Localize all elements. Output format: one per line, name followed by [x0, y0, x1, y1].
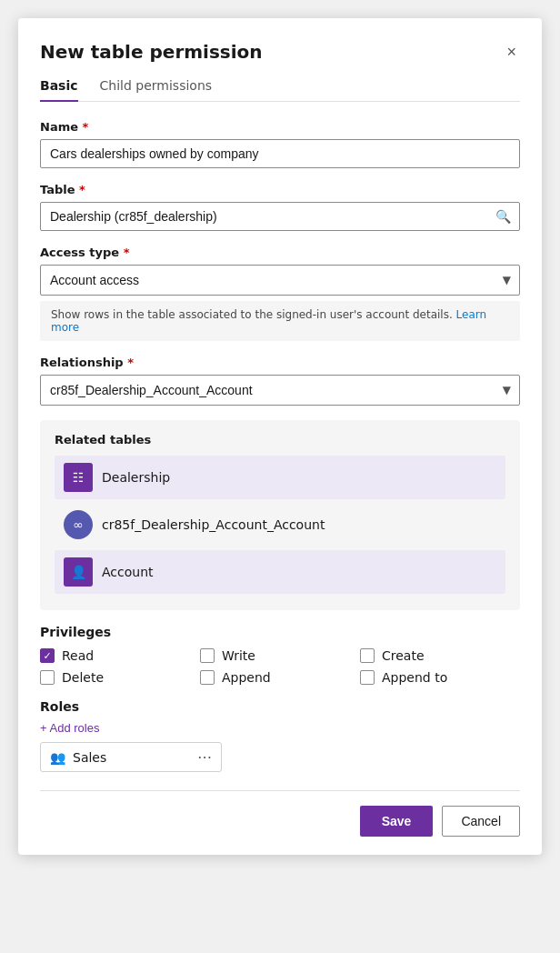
create-label: Create — [382, 648, 425, 663]
dialog-footer: Save Cancel — [40, 806, 520, 837]
roles-title: Roles — [40, 699, 520, 714]
table-field-group: Table 🔍 — [40, 183, 520, 231]
delete-label: Delete — [62, 670, 104, 685]
append-label: Append — [222, 670, 271, 685]
privilege-delete: Delete — [40, 670, 200, 685]
privileges-title: Privileges — [40, 625, 520, 639]
table-label: Table — [40, 183, 520, 196]
tab-bar: Basic Child permissions — [40, 78, 520, 102]
info-box: Show rows in the table associated to the… — [40, 301, 520, 341]
cancel-button[interactable]: Cancel — [442, 806, 520, 837]
privileges-section: Privileges ✓ Read Write Create Delete Ap… — [40, 625, 520, 685]
read-checkbox[interactable]: ✓ — [40, 648, 55, 663]
append-to-label: Append to — [382, 670, 447, 685]
new-table-permission-dialog: New table permission × Basic Child permi… — [18, 18, 542, 855]
related-table-dealership[interactable]: ☷ Dealership — [55, 456, 505, 499]
access-type-select-wrapper: Account access Global access Contact acc… — [40, 265, 520, 296]
related-tables-box: Related tables ☷ Dealership ∞ cr85f_Deal… — [40, 420, 520, 610]
related-table-link[interactable]: ∞ cr85f_Dealership_Account_Account — [55, 503, 505, 547]
append-checkbox[interactable] — [200, 670, 215, 685]
relationship-field-group: Relationship cr85f_Dealership_Account_Ac… — [40, 356, 520, 406]
privilege-create: Create — [360, 648, 520, 663]
name-field-group: Name — [40, 120, 520, 168]
link-label: cr85f_Dealership_Account_Account — [102, 517, 325, 532]
role-tag-inner: 👥 Sales — [50, 750, 106, 765]
role-dots-icon[interactable]: ⋯ — [197, 748, 212, 766]
role-person-icon: 👥 — [50, 750, 65, 765]
privileges-grid: ✓ Read Write Create Delete Append App — [40, 648, 520, 685]
relationship-select[interactable]: cr85f_Dealership_Account_Account — [40, 375, 520, 406]
tab-basic[interactable]: Basic — [40, 78, 78, 102]
role-tag-sales[interactable]: 👥 Sales ⋯ — [40, 742, 222, 772]
delete-checkbox[interactable] — [40, 670, 55, 685]
access-type-select[interactable]: Account access Global access Contact acc… — [40, 265, 520, 296]
table-input[interactable] — [40, 202, 520, 231]
access-type-field-group: Access type Account access Global access… — [40, 246, 520, 341]
write-checkbox[interactable] — [200, 648, 215, 663]
create-checkbox[interactable] — [360, 648, 375, 663]
dialog-title: New table permission — [40, 41, 263, 63]
account-table-icon: 👤 — [64, 557, 93, 587]
account-label: Account — [102, 565, 154, 579]
related-tables-title: Related tables — [55, 433, 505, 446]
related-table-account[interactable]: 👤 Account — [55, 550, 505, 594]
access-type-label: Access type — [40, 246, 520, 259]
name-input[interactable] — [40, 139, 520, 168]
save-button[interactable]: Save — [360, 806, 434, 837]
dialog-header: New table permission × — [40, 40, 520, 64]
relationship-label: Relationship — [40, 356, 520, 369]
footer-divider — [40, 790, 520, 791]
info-text: Show rows in the table associated to the… — [51, 308, 453, 321]
append-to-checkbox[interactable] — [360, 670, 375, 685]
privilege-append: Append — [200, 670, 360, 685]
roles-section: Roles + Add roles 👥 Sales ⋯ — [40, 699, 520, 772]
write-label: Write — [222, 648, 255, 663]
read-label: Read — [62, 648, 94, 663]
privilege-read: ✓ Read — [40, 648, 200, 663]
dealership-table-icon: ☷ — [64, 463, 93, 492]
link-icon: ∞ — [64, 510, 93, 539]
close-button[interactable]: × — [503, 40, 520, 64]
relationship-select-wrapper: cr85f_Dealership_Account_Account ▼ — [40, 375, 520, 406]
privilege-append-to: Append to — [360, 670, 520, 685]
table-search-wrapper: 🔍 — [40, 202, 520, 231]
add-roles-button[interactable]: + Add roles — [40, 721, 99, 735]
dealership-label: Dealership — [102, 470, 170, 485]
tab-child-permissions[interactable]: Child permissions — [100, 78, 213, 102]
name-label: Name — [40, 120, 520, 134]
role-sales-label: Sales — [73, 750, 106, 765]
privilege-write: Write — [200, 648, 360, 663]
